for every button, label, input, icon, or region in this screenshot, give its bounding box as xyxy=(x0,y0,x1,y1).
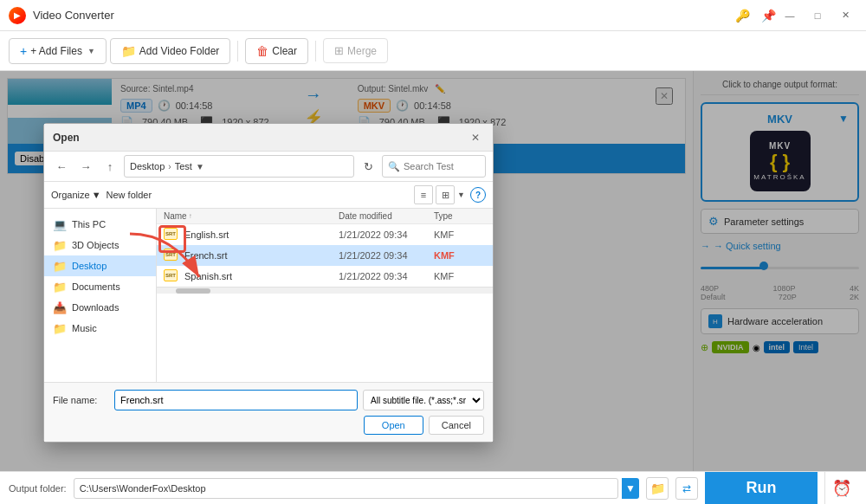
up-button[interactable]: ↑ xyxy=(100,156,120,177)
add-files-button[interactable]: + + Add Files ▼ xyxy=(9,38,107,64)
organize-arrow: ▼ xyxy=(92,190,101,200)
file-row-spanish[interactable]: SRT Spanish.srt 1/21/2022 09:34 KMF xyxy=(157,266,493,287)
filetype-select[interactable]: All subtitle file. (*.ass;*.srt) xyxy=(363,390,484,410)
dialog-title-bar: Open ✕ xyxy=(44,124,493,152)
dialog-files: Name ↑ Date modified Type SRT English.sr… xyxy=(157,209,493,382)
organize-button[interactable]: Organize ▼ xyxy=(51,190,101,200)
view-icons: ≡ ⊞ ▼ xyxy=(414,185,465,204)
view-dropdown[interactable]: ▼ xyxy=(457,191,465,199)
clear-label: Clear xyxy=(272,45,297,57)
merge-label: Merge xyxy=(347,45,377,57)
folder-docs-icon: 📁 xyxy=(53,280,67,294)
sidebar-item-3dobjects[interactable]: 📁 3D Objects xyxy=(44,235,156,255)
merge-icon: ⊞ xyxy=(334,44,344,57)
scroll-thumb[interactable] xyxy=(176,288,210,294)
new-folder-label: New folder xyxy=(107,190,152,200)
forward-button[interactable]: → xyxy=(75,156,96,177)
add-files-label: + Add Files xyxy=(30,45,82,57)
srt-file-icon-french: SRT xyxy=(164,249,179,262)
plus-icon: + xyxy=(20,44,27,58)
title-bar: ▶ Video Converter 🔑 📌 — □ ✕ xyxy=(0,0,866,31)
open-dialog: Open ✕ ← → ↑ Desktop › Test ▼ ↻ 🔍 Organi… xyxy=(43,123,494,443)
help-button[interactable]: ? xyxy=(470,187,486,203)
sort-arrow: ↑ xyxy=(189,212,192,220)
filename-row: File name: All subtitle file. (*.ass;*.s… xyxy=(53,390,484,410)
path-dropdown-button[interactable]: ▼ xyxy=(196,162,204,171)
file-row-french[interactable]: SRT French.srt 1/21/2022 09:34 KMF xyxy=(157,245,493,266)
folder-icon: 📁 xyxy=(121,44,136,58)
key-icon: 🔑 xyxy=(733,6,752,25)
horizontal-scrollbar[interactable] xyxy=(157,287,493,294)
dialog-buttons: Open Cancel xyxy=(53,416,484,435)
maximize-button[interactable]: □ xyxy=(805,7,830,24)
file-type-english: KMF xyxy=(434,229,486,240)
desktop-label: Desktop xyxy=(72,261,107,271)
window-controls: — □ ✕ xyxy=(778,7,857,24)
file-name-english: English.srt xyxy=(184,229,339,240)
file-row-english[interactable]: SRT English.srt 1/21/2022 09:34 KMF xyxy=(157,224,493,245)
alarm-button[interactable]: ⏰ xyxy=(824,472,857,505)
pc-icon: 💻 xyxy=(53,217,67,231)
dialog-close-button[interactable]: ✕ xyxy=(467,129,484,146)
file-date-spanish: 1/21/2022 09:34 xyxy=(339,271,434,281)
srt-file-icon-spanish: SRT xyxy=(164,269,179,283)
transfer-button[interactable]: ⇄ xyxy=(675,477,698,500)
minimize-button[interactable]: — xyxy=(778,7,802,24)
col-type-header: Type xyxy=(434,211,486,221)
main-area: Source: Sintel.mp4 MP4 🕐 00:14:58 📄 790.… xyxy=(0,71,866,471)
folder-music-icon: 📁 xyxy=(53,321,67,335)
3dobjects-label: 3D Objects xyxy=(72,240,119,250)
file-name-spanish: Spanish.srt xyxy=(184,271,339,281)
new-folder-button[interactable]: New folder xyxy=(107,190,152,200)
close-button[interactable]: ✕ xyxy=(833,7,857,24)
view-list-button[interactable]: ≡ xyxy=(414,185,433,204)
pin-icon: 📌 xyxy=(759,6,778,25)
music-label: Music xyxy=(72,323,97,333)
dialog-nav: ← → ↑ Desktop › Test ▼ ↻ 🔍 xyxy=(44,152,493,182)
toolbar-divider-2 xyxy=(315,41,316,61)
documents-label: Documents xyxy=(72,281,120,292)
downloads-icon: 📥 xyxy=(53,300,67,314)
merge-button[interactable]: ⊞ Merge xyxy=(323,38,388,63)
file-name-french: French.srt xyxy=(184,250,339,261)
add-folder-label: Add Video Folder xyxy=(139,45,220,57)
sidebar-item-documents[interactable]: 📁 Documents xyxy=(44,276,156,297)
add-folder-button[interactable]: 📁 Add Video Folder xyxy=(110,38,231,64)
path-part-test: Test xyxy=(175,161,192,171)
back-button[interactable]: ← xyxy=(51,156,72,177)
output-path-input[interactable] xyxy=(74,478,618,499)
file-date-english: 1/21/2022 09:34 xyxy=(339,229,434,240)
path-part-desktop: Desktop xyxy=(130,161,165,171)
col-name-header[interactable]: Name ↑ xyxy=(164,211,339,221)
dialog-content: 💻 This PC 📁 3D Objects 📁 Desktop 📁 Docum… xyxy=(44,209,493,382)
clear-button[interactable]: 🗑 Clear xyxy=(245,38,308,64)
browse-folder-button[interactable]: 📁 xyxy=(646,477,669,500)
path-bar: Desktop › Test ▼ xyxy=(124,155,354,178)
toolbar: + + Add Files ▼ 📁 Add Video Folder 🗑 Cle… xyxy=(0,31,866,71)
refresh-button[interactable]: ↻ xyxy=(358,156,378,177)
sidebar-item-desktop[interactable]: 📁 Desktop xyxy=(44,255,156,276)
sidebar-item-music[interactable]: 📁 Music xyxy=(44,318,156,339)
app-icon: ▶ xyxy=(9,7,26,24)
sidebar-item-thispc[interactable]: 💻 This PC xyxy=(44,214,156,235)
sidebar-item-downloads[interactable]: 📥 Downloads xyxy=(44,297,156,318)
dialog-toolbar: Organize ▼ New folder ≡ ⊞ ▼ ? xyxy=(44,182,493,209)
cancel-button[interactable]: Cancel xyxy=(429,416,484,435)
search-icon: 🔍 xyxy=(388,161,400,172)
path-separator: › xyxy=(168,162,171,171)
open-confirm-button[interactable]: Open xyxy=(364,416,423,435)
files-header: Name ↑ Date modified Type xyxy=(157,209,493,224)
file-type-spanish: KMF xyxy=(434,271,486,281)
app-title: Video Converter xyxy=(33,9,726,22)
folder-3d-icon: 📁 xyxy=(53,238,67,252)
organize-label: Organize xyxy=(51,190,90,200)
run-button[interactable]: Run xyxy=(705,472,818,505)
folder-desktop-icon: 📁 xyxy=(53,259,67,273)
search-input[interactable] xyxy=(404,161,473,171)
view-details-button[interactable]: ⊞ xyxy=(436,185,455,204)
col-date-header: Date modified xyxy=(339,211,434,221)
bottom-bar: Output folder: ▼ 📁 ⇄ Run ⏰ xyxy=(0,471,866,504)
dialog-title: Open xyxy=(53,132,467,144)
output-dropdown-button[interactable]: ▼ xyxy=(622,478,639,499)
filename-input[interactable] xyxy=(114,390,358,410)
